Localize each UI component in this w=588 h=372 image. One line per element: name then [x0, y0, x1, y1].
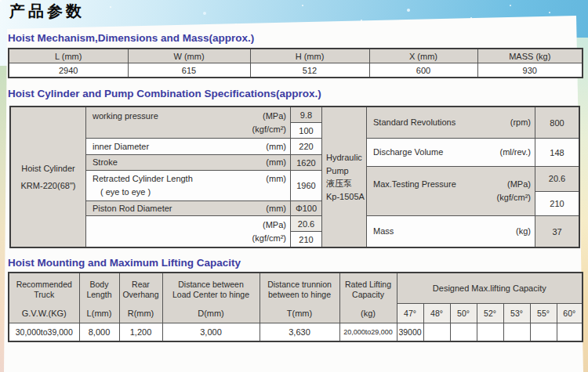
- row-unit: (kgf/cm²): [252, 123, 286, 136]
- value-cell: 615: [128, 63, 250, 78]
- value-cell: 210: [535, 191, 579, 216]
- table-row: Max.Testing Pressure(MPa) (kgf/cm²) 20.6…: [367, 166, 579, 215]
- header-unit: (kg): [341, 309, 396, 318]
- value-cell: 2940: [9, 63, 128, 78]
- table-row: working pressure(MPa) (kgf/cm²) 9.8 100: [86, 107, 321, 138]
- section-heading-mounting: Hoist Mounting and Maximum Lifting Capac…: [8, 257, 241, 269]
- table-row: Standard Revolutions(rpm) 800: [367, 107, 579, 138]
- hydraulic-pump-label-cell: Hydraulic Pump 液压泵 Kp-1505A: [321, 107, 367, 247]
- value-cell: 210: [291, 231, 321, 247]
- capacity-cell: [477, 323, 503, 342]
- header-unit: G.V.W.(KG): [10, 309, 78, 318]
- value-cell: 800: [535, 107, 579, 138]
- header-cell: Rated Lifting Capacity(kg): [339, 273, 397, 323]
- value-cell: Φ100: [291, 201, 321, 215]
- table-row: 30,000to39,000 8,000 1,200 3,000 3,630 2…: [9, 323, 583, 342]
- designed-capacity-header: Designed Max.lifting Capacity: [397, 273, 583, 304]
- value-cell: 100: [291, 122, 321, 138]
- cylinder-model: KRM-220(68"): [21, 181, 76, 190]
- row-sublabel: ( eye to eye ): [100, 186, 151, 199]
- page-title: 产品参数: [9, 1, 85, 22]
- value-cell: 9.8: [291, 107, 321, 122]
- header-unit: T(mm): [261, 309, 339, 318]
- row-label: inner Diameter: [93, 140, 149, 153]
- row-label: Mass: [373, 225, 394, 238]
- row-label: Retracted Cylinder Length: [93, 172, 193, 186]
- sky-sparkles-decoration: [0, 0, 2, 2]
- row-label: Max.Testing Pressure: [373, 178, 456, 191]
- cylinder-pump-table: Hoist Cylinder KRM-220(68") working pres…: [9, 106, 580, 248]
- header-cell: Distance between Load Center to hingeD(m…: [162, 273, 260, 323]
- capacity-cell: 39000: [397, 323, 423, 342]
- header-unit: R(mm): [121, 309, 162, 318]
- table-header-row: L (mm) W (mm) H (mm) X (mm) MASS (kg): [9, 49, 583, 63]
- header-cell: W (mm): [128, 49, 250, 63]
- pump-rows: Standard Revolutions(rpm) 800 Discharge …: [367, 107, 579, 247]
- header-unit: L(mm): [81, 309, 118, 318]
- table-row: Stroke(mm) 1620: [86, 154, 321, 170]
- row-label: Stroke: [93, 156, 118, 169]
- cylinder-rows: working pressure(MPa) (kgf/cm²) 9.8 100 …: [86, 107, 321, 247]
- pump-name-cn: 液压泵: [326, 177, 366, 190]
- value-cell: 8,000: [79, 323, 119, 342]
- header-unit: D(mm): [164, 309, 259, 318]
- value-cell: 512: [250, 63, 369, 78]
- dimensions-mass-table: L (mm) W (mm) H (mm) X (mm) MASS (kg) 29…: [8, 48, 583, 78]
- angle-cell: 50°: [450, 304, 477, 323]
- header-cell: Recommended TruckG.V.W.(KG): [9, 273, 79, 323]
- table-row: Mass(kg) 37: [367, 215, 579, 247]
- value-cell: 148: [535, 139, 579, 166]
- value-cell: 1,200: [119, 323, 162, 342]
- value-cell: 20.6: [291, 216, 321, 231]
- table-row: Discharge Volume(ml/rev.) 148: [367, 138, 579, 166]
- angle-cell: 60°: [557, 304, 583, 323]
- value-cell: 3,630: [260, 323, 339, 342]
- header-cell: H (mm): [250, 49, 369, 63]
- page: 产品参数 Hoist Mechanism,Dimensions and Mass…: [0, 0, 588, 372]
- row-unit: (MPa): [263, 110, 286, 123]
- section-heading-cylinder-pump: Hoist Cylinder and Pump Combination Spec…: [8, 88, 321, 99]
- header-cell: X (mm): [369, 49, 477, 63]
- table-row: (MPa) (kgf/cm²) 20.6 210: [86, 215, 321, 247]
- row-label: Piston Rod Diameter: [93, 202, 172, 215]
- header-cell: L (mm): [9, 49, 128, 63]
- table-row: 2940 615 512 600 930: [9, 63, 583, 78]
- row-unit: (rpm): [510, 116, 531, 129]
- table-row: Retracted Cylinder Length(mm) ( eye to e…: [86, 170, 321, 200]
- pump-name: Hydraulic: [326, 151, 366, 164]
- row-unit: (kgf/cm²): [497, 191, 531, 204]
- header-cell: Rear OverhangR(mm): [119, 273, 162, 323]
- row-unit: (MPa): [263, 219, 286, 232]
- header-title: Distance trunnion between to hinge: [261, 280, 339, 301]
- value-cell: 30,000to39,000: [9, 323, 79, 342]
- row-label: working pressure: [93, 110, 158, 123]
- value-cell: 600: [369, 63, 477, 78]
- value-cell: 1620: [291, 155, 321, 170]
- header-title: Rated Lifting Capacity: [341, 280, 396, 301]
- value-cell: 1960: [291, 171, 321, 200]
- row-label: Discharge Volume: [373, 146, 443, 159]
- capacity-cell: [530, 323, 557, 342]
- capacity-cell: [423, 323, 450, 342]
- row-unit: (MPa): [507, 178, 531, 191]
- angle-cell: 48°: [423, 304, 450, 323]
- capacity-cell: [450, 323, 477, 342]
- angle-cell: 53°: [503, 304, 530, 323]
- cylinder-name: Hoist Cylinder: [21, 164, 74, 173]
- row-unit: (mm): [266, 202, 286, 215]
- section-heading-dimensions: Hoist Mechanism,Dimensions and Mass(appr…: [8, 32, 254, 44]
- value-cell: 37: [535, 216, 579, 247]
- row-unit: (kg): [516, 225, 531, 238]
- header-title: Recommended Truck: [10, 280, 78, 301]
- header-cell: MASS (kg): [477, 49, 583, 63]
- angle-cell: 47°: [397, 304, 423, 323]
- row-unit: (kgf/cm²): [252, 232, 286, 245]
- header-cell: Body LengthL(mm): [79, 273, 119, 323]
- header-cell: Distance trunnion between to hingeT(mm): [260, 273, 339, 323]
- value-cell: 930: [477, 63, 583, 78]
- value-cell: 20.6: [535, 167, 579, 191]
- hoist-cylinder-label-cell: Hoist Cylinder KRM-220(68"): [11, 107, 86, 247]
- header-title: Body Length: [81, 280, 118, 301]
- row-unit: (mm): [266, 156, 286, 169]
- angle-cell: 52°: [477, 304, 503, 323]
